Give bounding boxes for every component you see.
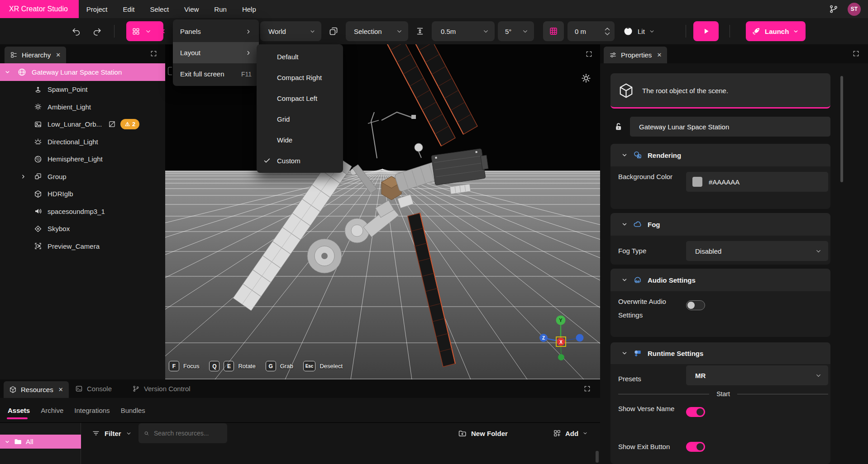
unlock-icon[interactable] <box>614 122 623 131</box>
tab-version-control[interactable]: Version Control <box>132 379 191 398</box>
submenu-item-compact-right[interactable]: Compact Right <box>257 67 343 88</box>
expand-panel-icon[interactable] <box>150 50 157 57</box>
color-swatch[interactable] <box>692 177 702 187</box>
runtime-header[interactable]: Runtime Settings <box>610 342 830 364</box>
viewport-settings-gear-icon[interactable] <box>581 73 591 83</box>
menu-select[interactable]: Select <box>142 5 176 13</box>
expand-panel-icon[interactable] <box>853 50 859 57</box>
launch-button[interactable]: Launch <box>746 21 806 41</box>
close-icon[interactable]: ✕ <box>58 386 63 393</box>
audio-header[interactable]: Audio Settings <box>610 269 830 291</box>
translate-snap-select[interactable]: 0.5m <box>432 21 495 41</box>
menu-view[interactable]: View <box>176 5 206 13</box>
menu-help[interactable]: Help <box>234 5 264 13</box>
expand-viewport-icon[interactable] <box>586 51 592 57</box>
stepper-arrows[interactable] <box>605 28 610 35</box>
subtab-assets[interactable]: Assets <box>8 407 30 414</box>
key-esc: Esc <box>303 361 316 371</box>
lit-sphere-icon <box>623 26 634 37</box>
undo-button[interactable] <box>67 21 84 41</box>
selection-mode-select[interactable]: Selection <box>346 21 408 41</box>
tree-item-spawn-point[interactable]: Spawn_Point <box>0 81 165 99</box>
chevron-down-icon <box>482 28 489 35</box>
tree-item-label: Directional_Light <box>48 138 98 146</box>
pivot-mode-button[interactable] <box>325 21 342 41</box>
expand-panel-icon[interactable] <box>584 385 591 392</box>
properties-scrollbar[interactable] <box>840 76 843 182</box>
shading-mode-select[interactable]: Lit <box>621 21 671 41</box>
tree-item-ambient-light[interactable]: Ambient_Light <box>0 98 165 116</box>
grid-height-stepper[interactable]: 0 m <box>568 21 615 41</box>
presets-select[interactable]: MR <box>686 365 828 385</box>
collapse-toolbar-arrow[interactable] <box>159 21 167 41</box>
show-verse-name-toggle[interactable] <box>686 407 705 417</box>
chevron-down-icon[interactable] <box>5 439 10 445</box>
rendering-header[interactable]: Rendering <box>610 144 830 166</box>
tab-console[interactable]: Console <box>75 379 112 398</box>
submenu-item-default[interactable]: Default <box>257 46 343 67</box>
menu-run[interactable]: Run <box>206 5 234 13</box>
menu-edit[interactable]: Edit <box>115 5 143 13</box>
tree-item-root[interactable]: Gateway Lunar Space Station <box>0 63 165 81</box>
new-folder-button[interactable]: New Folder <box>458 423 508 443</box>
menu-item-panels[interactable]: Panels <box>173 21 259 42</box>
subtab-archive[interactable]: Archive <box>41 407 63 414</box>
submenu-item-compact-left[interactable]: Compact Left <box>257 88 343 109</box>
tree-item-hemisphere-light[interactable]: Hemisphere_Light <box>0 151 165 168</box>
grid-snap-toggle-button[interactable] <box>543 21 564 41</box>
close-icon[interactable]: ✕ <box>56 52 61 58</box>
tab-resources[interactable]: Resources ✕ <box>4 381 69 398</box>
tree-item-spacesound[interactable]: spacesoundmp3_1 <box>0 203 165 220</box>
tree-item-group[interactable]: Group <box>0 168 165 185</box>
chevron-down-icon[interactable] <box>5 69 10 75</box>
search-input[interactable] <box>154 430 222 437</box>
resources-scrollbar[interactable] <box>596 451 599 463</box>
tree-item-low-lunar-orb[interactable]: Low_Lunar_Orb... 2 <box>0 116 165 133</box>
layout-preset-button[interactable] <box>126 21 163 41</box>
chevron-down-icon <box>793 28 799 34</box>
submenu-item-grid[interactable]: Grid <box>257 109 343 129</box>
redo-button[interactable] <box>89 21 106 41</box>
tree-item-directional-light[interactable]: Directional_Light <box>0 133 165 151</box>
fog-header[interactable]: Fog <box>610 213 830 236</box>
transform-gizmo[interactable]: Y Z X <box>529 312 597 366</box>
tab-properties[interactable]: Properties ✕ <box>604 47 667 63</box>
search-box[interactable] <box>138 423 227 443</box>
add-button[interactable]: Add <box>553 423 588 443</box>
viewport-3d[interactable]: F Focus Q E Rotate G Grab Esc Deselect Y… <box>165 44 600 379</box>
tree-item-label: Skybox <box>48 225 70 232</box>
subtab-bundles[interactable]: Bundles <box>121 407 145 414</box>
menu-item-exit-fullscreen[interactable]: Exit full screen F11 <box>173 63 259 85</box>
tab-hierarchy[interactable]: Hierarchy ✕ <box>5 47 66 63</box>
background-color-control[interactable]: #AAAAAA <box>686 172 828 192</box>
close-icon[interactable]: ✕ <box>657 52 662 58</box>
translate-snap-button[interactable] <box>412 21 428 41</box>
filter-button[interactable]: Filter <box>92 423 132 443</box>
tree-item-skybox[interactable]: Skybox <box>0 220 165 238</box>
menu-project[interactable]: Project <box>79 5 115 13</box>
tree-item-hdriglb[interactable]: HDRIglb <box>0 185 165 203</box>
chevron-right-icon[interactable] <box>20 174 26 180</box>
transform-space-select[interactable]: World <box>260 21 321 41</box>
tree-item-preview-camera[interactable]: Preview_Camera <box>0 237 165 255</box>
version-control-branch-icon[interactable] <box>829 4 839 14</box>
show-exit-button-toggle[interactable] <box>686 442 705 452</box>
fog-section: Fog Fog Type Disabled <box>610 213 830 265</box>
show-verse-name-label: Show Verse Name <box>618 402 679 416</box>
app-brand[interactable]: XR Creator Studio <box>0 0 79 18</box>
gizmo-axis-ball[interactable] <box>576 334 584 342</box>
menu-item-layout[interactable]: Layout <box>173 42 259 63</box>
overwrite-audio-toggle[interactable] <box>686 300 705 310</box>
gizmo-axis-ball[interactable] <box>558 354 564 360</box>
play-button[interactable] <box>693 21 719 41</box>
menu-item-label: Grid <box>277 115 290 123</box>
submenu-item-wide[interactable]: Wide <box>257 129 343 150</box>
resources-content: All Filter New Folder Add <box>0 423 600 464</box>
fog-type-select[interactable]: Disabled <box>686 241 828 261</box>
rotate-snap-select[interactable]: 5° <box>498 21 534 41</box>
object-name-field[interactable]: Gateway Lunar Space Station <box>630 117 830 137</box>
subtab-integrations[interactable]: Integrations <box>74 407 110 414</box>
user-avatar[interactable]: ST <box>848 3 861 16</box>
folder-item-all[interactable]: All <box>0 435 81 449</box>
submenu-item-custom[interactable]: Custom <box>257 150 343 171</box>
